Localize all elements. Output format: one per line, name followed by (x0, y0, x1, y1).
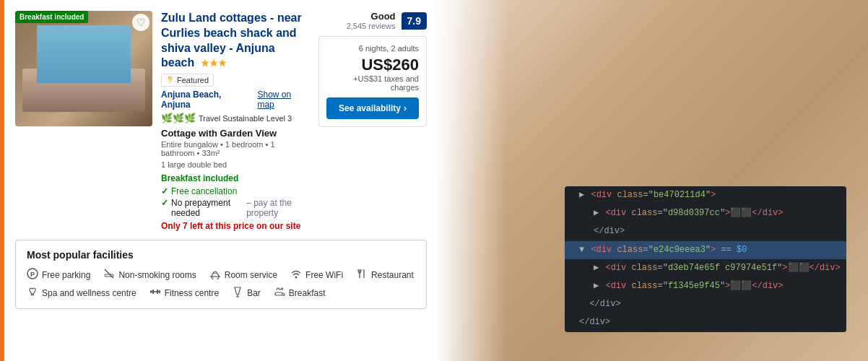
score-info: Good 2,545 reviews (347, 11, 396, 30)
no-prepay-item: ✓ No prepayment needed – pay at the prop… (161, 198, 310, 218)
devtools-line: ▶ <div class="d3eb74e65f c97974e51f">⬛⬛<… (565, 259, 846, 277)
room-bed: 1 large double bed (161, 160, 310, 169)
devtools-panel: ▶ <div class="be470211d4">▶ <div class="… (565, 186, 846, 332)
devtools-line: ▶ <div class="f1345e9f45">⬛⬛</div> (565, 277, 846, 295)
facility-label: Free WiFi (305, 270, 343, 280)
hotel-info: Zulu Land cottages - near Curlies beach … (161, 11, 310, 231)
facility-item: Fitness centre (149, 286, 219, 300)
svg-rect-13 (157, 290, 158, 294)
arrow-right-icon: › (404, 103, 407, 113)
hotel-image-wrap: Breakfast included ♡ (15, 11, 152, 231)
hotel-image: Breakfast included (15, 11, 152, 126)
hotel-title-link[interactable]: Zulu Land cottages - near Curlies beach … (161, 12, 302, 69)
facility-item: Room service (209, 268, 277, 282)
facilities-row: P Free parking Non-smoking rooms Room se… (27, 268, 415, 300)
availability-button[interactable]: See availability › (326, 97, 419, 119)
svg-rect-10 (150, 290, 152, 293)
facilities-title: Most popular facilities (27, 249, 415, 261)
leaf-icons: 🌿🌿🌿 (161, 113, 196, 123)
facility-icon (27, 286, 38, 300)
check-icon-2: ✓ (161, 198, 168, 208)
facility-item: Bar (232, 286, 261, 300)
free-cancellation-item: ✓ Free cancellation (161, 186, 310, 196)
devtools-line: </div> (565, 222, 846, 240)
facility-icon (290, 268, 302, 282)
devtools-line: ▶ <div class="d98d0397cc">⬛⬛</div> (565, 204, 846, 222)
facility-item: Breakfast (274, 286, 326, 300)
svg-text:P: P (30, 271, 35, 278)
sustainable-label: Travel Sustainable Level 3 (199, 114, 292, 123)
room-details: Entire bungalow • 1 bedroom • 1 bathroom… (161, 140, 310, 157)
room-detail1: Entire bungalow (161, 140, 218, 149)
hotel-card: Breakfast included ♡ Zulu Land cottages … (15, 11, 427, 231)
facility-item: Free WiFi (290, 268, 343, 282)
svg-rect-12 (159, 290, 160, 293)
nights-adults: 6 nights, 2 adults (326, 44, 419, 53)
devtools-line: </div> (565, 295, 846, 313)
featured-badge: 🎖 Featured (161, 74, 214, 87)
sustainable-row: 🌿🌿🌿 Travel Sustainable Level 3 (161, 113, 310, 123)
breakfast-included-label: Breakfast included (161, 173, 310, 183)
hotel-stars: ★★★ (201, 58, 227, 69)
facility-icon (103, 268, 115, 282)
svg-point-6 (295, 277, 298, 279)
facility-label: Non-smoking rooms (118, 270, 196, 280)
show-map-link[interactable]: Show on map (257, 90, 310, 110)
facility-label: Room service (225, 270, 277, 280)
facility-icon (274, 286, 285, 300)
facility-label: Restaurant (371, 270, 414, 280)
left-accent (0, 0, 4, 361)
no-prepay-sub: – pay at the property (246, 198, 310, 218)
check-icon: ✓ (161, 186, 168, 196)
review-count: 2,545 reviews (347, 22, 396, 30)
room-type: Cottage with Garden View (161, 128, 310, 139)
room-detail2: 1 bedroom (225, 140, 264, 149)
svg-rect-3 (105, 274, 113, 277)
price-taxes: +US$31 taxes and charges (326, 74, 419, 92)
facility-icon (232, 286, 243, 300)
availability-label: See availability (339, 103, 401, 113)
breakfast-badge: Breakfast included (15, 11, 88, 23)
facility-label: Bar (247, 288, 261, 298)
score-row: Good 2,545 reviews 7.9 (318, 11, 427, 30)
facility-item: P Free parking (27, 268, 90, 282)
score-badge: 7.9 (402, 12, 427, 30)
facility-icon (149, 286, 161, 300)
featured-icon: 🎖 (166, 76, 174, 84)
devtools-line: ▼ <div class="e24c9eeea3"> == $0 (565, 241, 846, 259)
facilities-card: Most popular facilities P Free parking N… (15, 240, 427, 309)
facility-item: Restaurant (356, 268, 414, 282)
free-cancellation-label: Free cancellation (171, 186, 237, 196)
facility-item: Non-smoking rooms (103, 268, 196, 282)
facility-label: Fitness centre (165, 288, 219, 298)
price-box: 6 nights, 2 adults US$260 +US$31 taxes a… (318, 36, 427, 127)
facility-icon (209, 268, 221, 282)
svg-rect-16 (275, 292, 282, 295)
facility-label: Spa and wellness centre (42, 288, 136, 298)
wishlist-button[interactable]: ♡ (132, 14, 149, 31)
hotel-title: Zulu Land cottages - near Curlies beach … (161, 11, 310, 71)
svg-rect-11 (152, 290, 154, 294)
featured-label: Featured (177, 76, 209, 84)
facility-icon (356, 268, 368, 282)
only-left-label: Only 7 left at this price on our site (161, 221, 310, 231)
devtools-line: ▶ <div class="be470211d4"> (565, 186, 846, 204)
price-card: Good 2,545 reviews 7.9 6 nights, 2 adult… (318, 11, 427, 231)
room-size: 33m² (201, 149, 220, 157)
facility-label: Free parking (42, 270, 90, 280)
score-label: Good (347, 11, 396, 22)
facility-icon: P (27, 268, 38, 282)
facility-label: Breakfast (289, 288, 326, 298)
facility-item: Spa and wellness centre (27, 286, 136, 300)
price-amount: US$260 (326, 56, 419, 74)
main-content: Breakfast included ♡ Zulu Land cottages … (4, 0, 438, 361)
devtools-line: </div> (565, 313, 846, 331)
location-row: Anjuna Beach, Anjuna Show on map (161, 90, 310, 110)
no-prepay-text: No prepayment needed (171, 198, 243, 218)
location-link[interactable]: Anjuna Beach, Anjuna (161, 90, 251, 110)
